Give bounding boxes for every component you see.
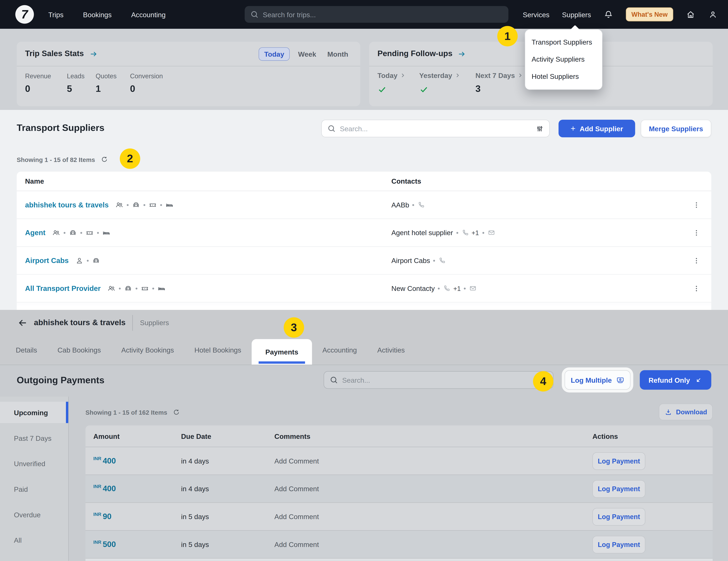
supplier-search[interactable] xyxy=(321,120,550,137)
phone-icon[interactable] xyxy=(417,201,425,209)
car-icon xyxy=(69,229,77,237)
refresh-icon[interactable] xyxy=(101,156,108,163)
row-menu-icon[interactable] xyxy=(693,256,700,265)
toggle-week[interactable]: Week xyxy=(295,50,319,58)
toggle-month[interactable]: Month xyxy=(325,50,351,58)
refresh-icon[interactable] xyxy=(173,409,180,416)
annotation-marker-4: 4 xyxy=(533,371,553,391)
payments-search[interactable] xyxy=(324,371,553,389)
tab-payments[interactable]: Payments xyxy=(251,339,312,365)
tab-activity-bookings[interactable]: Activity Bookings xyxy=(111,335,184,365)
trip-search-input[interactable] xyxy=(263,10,503,18)
download-icon xyxy=(664,408,672,416)
tab-activities[interactable]: Activities xyxy=(367,335,415,365)
sidebar-item-unverified[interactable]: Unverified xyxy=(0,453,68,474)
ticket-icon xyxy=(141,284,149,292)
nav-link-services[interactable]: Services xyxy=(523,10,549,18)
log-payment-button[interactable]: Log Payment xyxy=(592,536,645,553)
log-payment-button[interactable]: Log Payment xyxy=(592,480,645,497)
log-payment-button[interactable]: Log Payment xyxy=(592,452,645,470)
followup-today-link[interactable]: Today xyxy=(378,71,419,79)
merge-suppliers-button[interactable]: Merge Suppliers xyxy=(641,120,711,137)
nav-right: Services Suppliers What's New xyxy=(523,7,718,21)
supplier-link[interactable]: All Transport Provider xyxy=(25,284,101,292)
back-arrow-icon[interactable] xyxy=(18,317,28,328)
add-supplier-button[interactable]: + Add Supplier xyxy=(559,120,635,137)
whats-new-badge[interactable]: What's New xyxy=(626,7,673,21)
user-icon[interactable] xyxy=(708,10,718,19)
bed-icon xyxy=(102,229,110,237)
sidebar-item-upcoming[interactable]: Upcoming xyxy=(0,402,68,423)
arrow-right-icon[interactable] xyxy=(89,49,98,58)
row-menu-icon[interactable] xyxy=(693,229,700,237)
email-icon[interactable] xyxy=(487,229,495,237)
download-button[interactable]: Download xyxy=(659,404,713,420)
sidebar-item-overdue[interactable]: Overdue xyxy=(0,504,68,525)
home-icon[interactable] xyxy=(686,10,695,19)
car-icon xyxy=(124,284,132,292)
contact-name: AABb xyxy=(391,201,409,209)
top-nav: 7 Trips Bookings Accounting Services Sup… xyxy=(0,0,728,29)
row-menu-icon[interactable] xyxy=(693,284,700,292)
phone-icon[interactable] xyxy=(461,229,469,237)
email-icon[interactable] xyxy=(469,284,477,292)
dropdown-item-transport-suppliers[interactable]: Transport Suppliers xyxy=(525,33,602,51)
payments-content: Upcoming Past 7 Days Unverified Paid Ove… xyxy=(0,396,728,561)
followup-next7days: Next 7 Days 3 xyxy=(475,71,523,94)
nav-link-bookings[interactable]: Bookings xyxy=(83,10,112,18)
amount-link[interactable]: 500 xyxy=(103,540,116,549)
nav-link-trips[interactable]: Trips xyxy=(48,10,64,18)
nav-link-suppliers[interactable]: Suppliers xyxy=(562,10,591,18)
car-icon xyxy=(92,256,100,265)
trip-sales-stats-card: Trip Sales Stats Today Week Month Revenu… xyxy=(17,42,360,106)
table-row: Agent Agent hotel supplier +1 xyxy=(17,219,711,247)
add-comment-link[interactable]: Add Comment xyxy=(274,540,592,548)
supplier-search-input[interactable] xyxy=(340,125,532,132)
tab-accounting[interactable]: Accounting xyxy=(312,335,367,365)
supplier-link[interactable]: Agent xyxy=(25,229,45,237)
payments-search-input[interactable] xyxy=(342,376,547,384)
sidebar-item-past7days[interactable]: Past 7 Days xyxy=(0,427,68,449)
log-multiple-button[interactable]: Log Multiple xyxy=(564,370,630,390)
outgoing-payments-header: Outgoing Payments Log Multiple Refund On… xyxy=(0,365,728,397)
filter-icon[interactable] xyxy=(536,125,544,132)
brand-logo[interactable]: 7 xyxy=(15,5,34,24)
dropdown-item-activity-suppliers[interactable]: Activity Suppliers xyxy=(525,51,602,68)
currency-label: INR xyxy=(93,512,101,517)
trip-search[interactable] xyxy=(245,6,508,23)
phone-icon[interactable] xyxy=(443,284,451,292)
add-comment-link[interactable]: Add Comment xyxy=(274,513,592,520)
check-icon xyxy=(378,85,387,94)
tab-cab-bookings[interactable]: Cab Bookings xyxy=(47,335,111,365)
contact-name: New Contacty xyxy=(391,284,435,292)
stat-label: Quotes xyxy=(96,72,130,80)
nav-link-accounting[interactable]: Accounting xyxy=(131,10,166,18)
phone-icon[interactable] xyxy=(438,257,446,265)
ticket-icon xyxy=(149,201,157,209)
amount-link[interactable]: 90 xyxy=(103,512,111,521)
sidebar-item-paid[interactable]: Paid xyxy=(0,478,68,500)
group-icon xyxy=(115,201,124,209)
add-comment-link[interactable]: Add Comment xyxy=(274,485,592,493)
supplier-link[interactable]: abhishek tours & travels xyxy=(25,201,109,209)
supplier-link[interactable]: Airport Cabs xyxy=(25,256,69,265)
tab-hotel-bookings[interactable]: Hotel Bookings xyxy=(184,335,251,365)
add-comment-link[interactable]: Add Comment xyxy=(274,457,592,465)
followup-next7days-link[interactable]: Next 7 Days xyxy=(475,71,523,79)
arrow-right-icon[interactable] xyxy=(457,49,466,58)
amount-link[interactable]: 400 xyxy=(103,484,116,493)
sidebar-item-all[interactable]: All xyxy=(0,529,68,551)
bell-icon[interactable] xyxy=(604,10,613,19)
tab-details[interactable]: Details xyxy=(6,335,47,365)
row-menu-icon[interactable] xyxy=(693,201,700,209)
breadcrumb-suppliers[interactable]: Suppliers xyxy=(140,319,169,326)
plus-icon: + xyxy=(571,124,576,133)
followup-yesterday: Yesterday xyxy=(419,71,475,94)
toggle-today[interactable]: Today xyxy=(259,47,290,61)
dropdown-item-hotel-suppliers[interactable]: Hotel Suppliers xyxy=(525,68,602,85)
refund-only-button[interactable]: Refund Only xyxy=(640,370,711,390)
amount-link[interactable]: 400 xyxy=(103,456,116,465)
followup-yesterday-link[interactable]: Yesterday xyxy=(419,71,475,79)
table-row: INR500 in 5 days Add Comment Log Payment xyxy=(85,530,713,558)
log-payment-button[interactable]: Log Payment xyxy=(592,508,645,525)
